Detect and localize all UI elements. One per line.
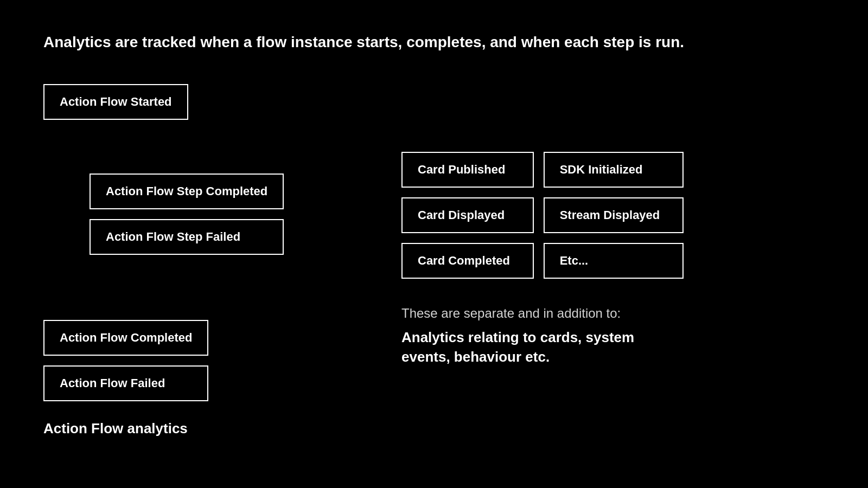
footer-label: Action Flow analytics: [43, 420, 188, 437]
action-flow-completed-badge: Action Flow Completed: [43, 320, 208, 356]
action-flow-failed-badge: Action Flow Failed: [43, 365, 208, 401]
sdk-initialized-badge: SDK Initialized: [544, 152, 684, 188]
etc-badge: Etc...: [544, 243, 684, 279]
card-grid: Card Published SDK Initialized Card Disp…: [401, 152, 684, 279]
page-container: Analytics are tracked when a flow instan…: [0, 0, 868, 488]
page-headline: Analytics are tracked when a flow instan…: [43, 33, 825, 52]
bottom-group: Action Flow Completed Action Flow Failed: [43, 320, 208, 401]
additional-text: These are separate and in addition to:: [401, 306, 684, 321]
stream-displayed-badge: Stream Displayed: [544, 197, 684, 233]
right-section: Card Published SDK Initialized Card Disp…: [401, 152, 684, 367]
card-completed-badge: Card Completed: [401, 243, 534, 279]
card-published-badge: Card Published: [401, 152, 534, 188]
action-flow-step-failed-badge: Action Flow Step Failed: [90, 219, 284, 255]
action-flow-started-badge: Action Flow Started: [43, 84, 188, 120]
bold-additional-text: Analytics relating to cards, system even…: [401, 328, 684, 367]
card-displayed-badge: Card Displayed: [401, 197, 534, 233]
step-group: Action Flow Step Completed Action Flow S…: [90, 174, 284, 255]
action-flow-step-completed-badge: Action Flow Step Completed: [90, 174, 284, 209]
